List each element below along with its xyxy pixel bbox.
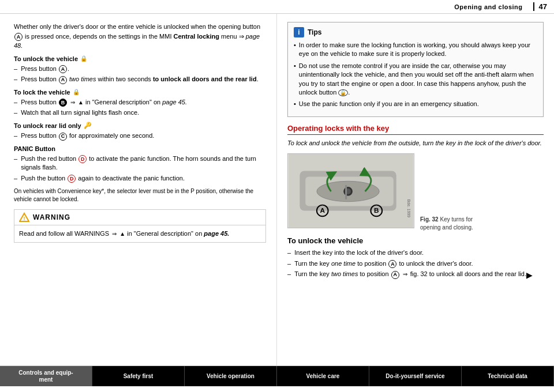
- panic-steps-list: Push the red button D to activate the pa…: [14, 154, 266, 183]
- page-number: 47: [533, 2, 547, 11]
- footer-nav-safety[interactable]: Safety first: [92, 366, 185, 386]
- unlock-vehicle-heading-right: To unlock the vehicle: [287, 236, 544, 245]
- btn-a-right-2: A: [391, 271, 399, 279]
- left-column: Whether only the driver's door or the en…: [0, 14, 277, 365]
- svg-text:!: !: [24, 216, 25, 221]
- warning-box: ! WARNING Read and follow all WARNINGS ⇒…: [14, 209, 266, 243]
- footer-nav-tech-data[interactable]: Technical data: [462, 366, 554, 386]
- right-column: i Tips In order to make sure the locking…: [277, 14, 554, 365]
- tips-bullet-3: Use the panic function only if you are i…: [294, 100, 537, 108]
- unlock-rear-step-1: Press button C for approximately one sec…: [14, 131, 266, 141]
- tips-bullet-2: Do not use the remote control if you are…: [294, 62, 537, 97]
- btn-a: A: [59, 65, 67, 73]
- svg-rect-8: [345, 185, 347, 199]
- svg-text:B: B: [374, 207, 379, 215]
- btn-a-right: A: [388, 260, 396, 268]
- panic-section: PANIC Button: [14, 145, 266, 152]
- unlock-right-step-2: Turn the key one time to position A to u…: [287, 259, 544, 269]
- panic-step-1: Push the red button D to activate the pa…: [14, 154, 266, 172]
- key-diagram: A B Bde. 1999: [287, 153, 414, 228]
- unlock-step-1: Press button A.: [14, 65, 266, 74]
- op-locks-subtext: To lock and unlock the vehicle from the …: [287, 138, 544, 148]
- footer-nav-controls[interactable]: Controls and equip-ment: [0, 366, 92, 386]
- convenience-note: On vehicles with Convenience key*, the s…: [14, 187, 266, 203]
- unlock-right-step-3: Turn the key two times to position A ⇒ f…: [287, 270, 544, 281]
- footer-nav-vehicle-op[interactable]: Vehicle operation: [185, 366, 277, 386]
- button-a-circle: A: [14, 33, 23, 41]
- tips-title: Tips: [308, 28, 321, 36]
- svg-text:Bde. 1999: Bde. 1999: [407, 199, 411, 218]
- unlock-rear-section: To unlock rear lid only 🔑: [14, 122, 266, 129]
- page-header: Opening and closing 47: [0, 0, 554, 14]
- warning-body: Read and follow all WARNINGS ⇒ ▲ in "Gen…: [14, 225, 265, 242]
- warning-triangle-icon: !: [19, 212, 29, 223]
- unlock-steps-list: Press button A. Press button A two times…: [14, 65, 266, 84]
- unlock-right-step-1: Insert the key into the lock of the driv…: [287, 248, 544, 257]
- diagram-area: A B Bde. 1999: [287, 153, 544, 232]
- main-content: Whether only the driver's door or the en…: [0, 14, 554, 365]
- btn-a-2: A: [59, 76, 67, 84]
- intro-paragraph: Whether only the driver's door or the en…: [14, 22, 266, 51]
- svg-text:A: A: [320, 207, 325, 215]
- panic-step-2: Push the button D again to deactivate th…: [14, 174, 266, 183]
- footer-nav: Controls and equip-ment Safety first Veh…: [0, 365, 554, 386]
- unlock-steps-right: Insert the key into the lock of the driv…: [287, 248, 544, 281]
- info-icon: i: [294, 27, 304, 37]
- fig-caption-area: Fig. 32 Key turns for opening and closin…: [420, 216, 489, 232]
- warning-header: ! WARNING: [14, 210, 265, 225]
- unlock-rear-list: Press button C for approximately one sec…: [14, 131, 266, 141]
- unlock-vehicle-section: To unlock the vehicle 🔒: [14, 55, 266, 62]
- lock-steps-list: Press button B ⇒ ▲ in "General descripti…: [14, 98, 266, 118]
- lock-step-1: Press button B ⇒ ▲ in "General descripti…: [14, 98, 266, 107]
- footer-nav-vehicle-care[interactable]: Vehicle care: [277, 366, 369, 386]
- lock-step-2: Watch that all turn signal lights flash …: [14, 108, 266, 117]
- tips-bullet-1: In order to make sure the locking functi…: [294, 41, 537, 59]
- btn-c: C: [59, 133, 67, 141]
- btn-d-2: D: [68, 175, 76, 183]
- lock-icon: 🔒: [80, 55, 87, 62]
- tips-box: i Tips In order to make sure the locking…: [287, 22, 544, 117]
- warning-label: WARNING: [33, 213, 70, 221]
- unlock-step-2: Press button A two times within two seco…: [14, 75, 266, 84]
- continue-arrow: ▶: [526, 270, 533, 281]
- op-locks-heading: Operating locks with the key: [287, 124, 544, 135]
- btn-d: D: [78, 155, 87, 163]
- tips-header: i Tips: [294, 27, 537, 37]
- lock-closed-icon: 🔒: [73, 89, 80, 95]
- footer-nav-diy[interactable]: Do-it-yourself service: [369, 366, 462, 386]
- btn-b: B: [59, 99, 67, 107]
- lock-vehicle-section: To lock the vehicle 🔒: [14, 89, 266, 96]
- chapter-title: Opening and closing: [454, 3, 522, 10]
